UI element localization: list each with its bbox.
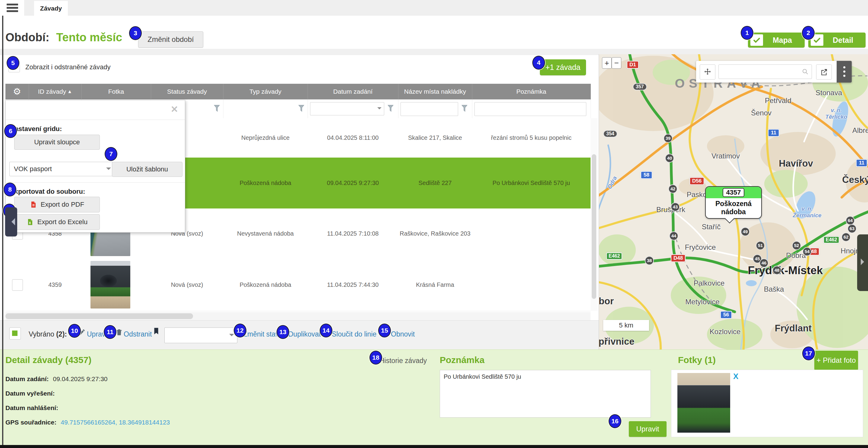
select-all-checkbox[interactable]	[9, 328, 21, 340]
gear-icon: ⚙	[13, 87, 21, 96]
history-link[interactable]: Historie závady	[379, 357, 427, 365]
detail-toggle-button[interactable]: Detail	[808, 33, 866, 47]
change-status-link[interactable]: Změnit stav	[243, 330, 279, 338]
add-defect-button[interactable]: +1 závada	[540, 59, 586, 75]
save-template-button[interactable]: Uložit šablonu	[112, 162, 183, 177]
export-pdf-button[interactable]: Export do PDF	[14, 197, 100, 212]
detail-title: Detail závady (4357)	[5, 355, 91, 365]
grid-settings-gear-button[interactable]: ⚙	[5, 84, 29, 99]
column-header-5[interactable]: Datum zadání	[308, 84, 398, 99]
cell-place: Krásná Farma	[398, 259, 472, 311]
saved-selection-select[interactable]	[164, 328, 237, 343]
map-toggle-label: Mapa	[763, 36, 805, 44]
tab-zavady[interactable]: Závady	[34, 1, 68, 16]
hamburger-menu-button[interactable]	[0, 0, 24, 16]
date-filter-funnel-icon[interactable]	[387, 105, 394, 113]
template-select[interactable]: VOK pasport	[9, 162, 114, 176]
expand-panel-handle[interactable]	[857, 234, 868, 291]
column-header-4[interactable]: Typ závady	[223, 84, 308, 99]
detail-field-value: 09.04.2025 9:27:30	[53, 375, 108, 382]
place-filter-input[interactable]	[401, 102, 458, 116]
map-defect-marker[interactable]: 4357 Poškozená nádoba	[705, 186, 762, 219]
chevron-down-icon	[106, 168, 111, 172]
annotation-badge-14: 14	[320, 323, 332, 338]
note-edit-button[interactable]: Upravit	[629, 421, 666, 437]
road-shield-56: 56	[720, 311, 732, 319]
type-filter-funnel-icon[interactable]	[298, 105, 305, 113]
map-label-fr-dlant: Frýdlant	[775, 323, 812, 334]
road-shield-46: 46	[760, 259, 769, 268]
add-photo-button[interactable]: + Přidat foto	[814, 351, 858, 370]
cell-date: 04.04.2025 8:11:00	[308, 118, 398, 158]
window-left-edge	[2, 16, 3, 445]
grid-settings-label: Nastavení gridu:	[10, 125, 62, 133]
map-label-pet-vald: Petřvald	[765, 96, 792, 105]
grid-header: ⚙ID závady▲FotkaStatus závadyTyp závadyD…	[5, 84, 591, 99]
vertical-scrollbar[interactable]	[591, 118, 598, 311]
column-header-6[interactable]: Název místa nakládky	[398, 84, 472, 99]
column-header-7[interactable]: Poznámka	[472, 84, 591, 99]
detail-toggle-label: Detail	[824, 36, 866, 44]
road-shield-354: 354	[603, 130, 617, 137]
chevron-down-icon	[229, 334, 234, 339]
map-pan-button[interactable]	[700, 65, 715, 79]
horizontal-scrollbar[interactable]	[5, 312, 591, 320]
road-shield-64: 64	[846, 216, 855, 225]
export-excel-button[interactable]: X Export do Excelu	[14, 214, 100, 230]
map-menu-button[interactable]	[837, 61, 852, 82]
svg-text:X: X	[29, 221, 31, 225]
road-shield-d1: D1	[627, 61, 639, 69]
road-shield-e462: E462	[606, 252, 622, 260]
note-textarea[interactable]: Po Urbánkovi Sedliště 570 ju	[440, 370, 651, 418]
road-shield-42: 42	[668, 184, 677, 194]
template-select-value: VOK pasport	[14, 165, 52, 173]
collapse-panel-handle[interactable]	[5, 207, 17, 237]
cell-date: 11.04.2025 7:10:08	[308, 208, 398, 259]
delete-selected-link[interactable]: Odstranit	[124, 330, 152, 338]
defect-photo[interactable]	[91, 261, 130, 309]
map-label-palkovice: Palkovice	[694, 279, 725, 287]
gps-coordinates-link[interactable]: 49.7157566165264, 18.364918144123	[61, 419, 170, 426]
close-icon[interactable]: ✕	[171, 104, 178, 114]
move-icon	[703, 68, 712, 76]
road-shield-38: 38	[645, 256, 654, 265]
bookmark-icon[interactable]	[152, 327, 160, 335]
row-checkbox[interactable]	[12, 279, 23, 291]
place-filter-funnel-icon[interactable]	[461, 105, 468, 113]
map-panel[interactable]: OSTRAVA PetřvaldŠenovStonavaAlbrecVratim…	[599, 54, 868, 349]
map-zoom-in-button[interactable]: +	[602, 57, 612, 69]
remove-photo-button[interactable]: X	[733, 372, 738, 381]
column-header-1[interactable]: ID závady▲	[29, 84, 82, 99]
annotation-badge-17: 17	[802, 346, 815, 360]
column-header-2[interactable]: Fotka	[82, 84, 151, 99]
road-shield-44: 44	[669, 231, 678, 240]
cell-note	[472, 259, 591, 311]
road-shield-52: 52	[792, 241, 801, 250]
detail-field: Datum vyřešení:	[5, 390, 59, 397]
table-row[interactable]: 4359Nová (svoz)Poškozená nádoba11.04.202…	[5, 259, 591, 311]
horizontal-scrollbar-thumb[interactable]	[5, 313, 193, 319]
annotation-badge-18: 18	[369, 351, 382, 365]
change-period-button[interactable]: Změnit období	[138, 31, 203, 47]
annotation-badge-5: 5	[7, 56, 19, 70]
map-zoom-out-button[interactable]: −	[612, 57, 621, 69]
edit-columns-button[interactable]: Upravit sloupce	[14, 135, 100, 150]
restore-link[interactable]: Obnovit	[391, 330, 415, 338]
vertical-scrollbar-thumb[interactable]	[592, 154, 596, 299]
map-water-label: Žermanice	[793, 212, 821, 219]
merge-to-line-link[interactable]: Sloučit do linie	[332, 330, 376, 338]
map-search-input[interactable]	[718, 65, 812, 79]
map-toggle-button[interactable]: Mapa	[748, 33, 805, 47]
status-filter-funnel-icon[interactable]	[214, 105, 220, 113]
column-header-3[interactable]: Status závady	[151, 84, 223, 99]
note-filter-input[interactable]	[474, 102, 586, 116]
cell-date: 09.04.2025 9:27:30	[308, 158, 398, 208]
date-filter-select[interactable]	[310, 102, 384, 115]
map-label-metylovice: Metylovice	[685, 298, 719, 306]
defect-photo-thumbnail[interactable]	[677, 373, 730, 433]
map-external-link-button[interactable]	[816, 65, 832, 79]
map-label-hav-ov: Havířov	[779, 158, 813, 169]
duplicate-link[interactable]: Duplikovat	[288, 330, 320, 338]
map-label-fry-ovice: Fryčovice	[685, 243, 716, 251]
annotation-badge-16: 16	[609, 414, 621, 428]
